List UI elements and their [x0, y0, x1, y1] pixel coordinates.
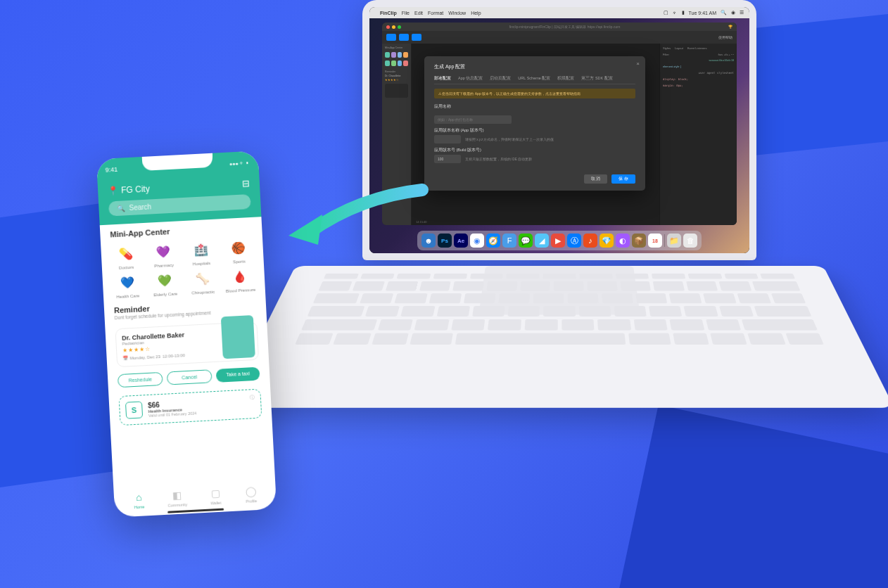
css-prop: margin: 0px;: [663, 84, 734, 87]
css-rule: element.style {: [663, 65, 734, 68]
app-chiro[interactable]: 🦴Chiropractic: [184, 267, 220, 295]
city-name: FG City: [121, 184, 150, 195]
toolbar-button[interactable]: [399, 34, 409, 41]
devtools-tab-events[interactable]: Event Listeners: [687, 46, 707, 50]
app-elderly[interactable]: 💚Elderly Care: [147, 269, 183, 298]
dock-app-icon[interactable]: 📦: [632, 234, 646, 248]
battery-icon[interactable]: ▮: [682, 10, 685, 15]
hospitals-icon: 🏥: [191, 239, 211, 260]
appname-input[interactable]: [434, 115, 512, 124]
scan-icon[interactable]: ⊟: [242, 178, 250, 189]
menu-app-name[interactable]: FinClip: [380, 11, 397, 15]
dock-calendar-icon[interactable]: 18: [648, 234, 662, 248]
siri-icon[interactable]: ◉: [731, 10, 735, 15]
modal-tabs: 部署配置 App 信息配置 启动页配置 URL Scheme 配置 权限配置 第…: [434, 76, 635, 84]
app-sports[interactable]: 🏀Sports: [220, 237, 256, 265]
modal-tab-launch[interactable]: 启动页配置: [490, 76, 511, 81]
reschedule-button[interactable]: Reshedule: [118, 372, 163, 388]
dock-app-icon[interactable]: ▶: [551, 234, 565, 248]
mac-menubar: FinClip File Edit Format Window Help ▢ ᯤ…: [369, 7, 749, 18]
modal-close-button[interactable]: ×: [636, 60, 640, 67]
appointment-time: 12:00-13:00: [163, 353, 185, 359]
tab-wallet[interactable]: ▢Wallet: [208, 486, 223, 506]
app-hospitals[interactable]: 🏥Hospitals: [183, 238, 219, 267]
close-icon[interactable]: [386, 25, 390, 29]
dock-safari-icon[interactable]: 🧭: [486, 234, 500, 248]
devtools-selector-tools[interactable]: :hov .cls + ⋯: [718, 53, 734, 56]
toolbar-button[interactable]: [386, 34, 396, 41]
modal-tab-deploy[interactable]: 部署配置: [434, 76, 451, 81]
trophy-icon[interactable]: 🏆: [728, 25, 732, 29]
sim-app-icon[interactable]: [403, 52, 408, 58]
maximize-icon[interactable]: [398, 25, 401, 29]
sim-app-icon[interactable]: [403, 60, 408, 66]
css-source-link[interactable]: wxssroot.file.e16efc:18: [663, 59, 734, 62]
app-blood[interactable]: 🩸Blood Pressure: [222, 266, 258, 294]
toolbar-button[interactable]: [412, 34, 421, 41]
toolbar-help[interactable]: 使用帮助: [718, 35, 732, 39]
dock-downloads-icon[interactable]: 📁: [667, 234, 681, 248]
tab-community[interactable]: ◧Community: [167, 487, 187, 507]
sim-app-icon[interactable]: [391, 52, 396, 58]
modal-tab-permission[interactable]: 权限配置: [557, 76, 574, 81]
devtools-tab-layout[interactable]: Layout: [675, 46, 683, 50]
airplay-icon[interactable]: ▢: [664, 10, 668, 15]
control-center-icon[interactable]: ☰: [740, 10, 744, 15]
dock-flutter-icon[interactable]: ◢: [535, 234, 549, 248]
app-doctors[interactable]: 💊Doctors: [108, 243, 144, 271]
sim-app-icon[interactable]: [391, 60, 396, 66]
menu-help[interactable]: Help: [471, 11, 481, 15]
dock-appstore-icon[interactable]: Ⓐ: [567, 234, 581, 248]
elderly-icon: 💚: [154, 270, 175, 290]
modal-cancel-button[interactable]: 取 消: [584, 174, 608, 184]
menu-edit[interactable]: Edit: [414, 11, 423, 15]
version-hint: 请按照 x.y.z 方式命名，升级时请保证大于上一次录入的值: [465, 138, 554, 141]
sim-app-icon[interactable]: [398, 60, 402, 66]
devtools-tab-styles[interactable]: Styles: [663, 46, 671, 50]
modal-save-button[interactable]: 保 存: [611, 174, 635, 184]
map-pin-icon: 📍: [108, 185, 119, 196]
modal-tab-urlscheme[interactable]: URL Scheme 配置: [518, 76, 550, 81]
location-selector[interactable]: 📍 FG City: [108, 184, 150, 196]
dock-chrome-icon[interactable]: ◉: [470, 234, 484, 248]
cancel-button[interactable]: Cancel: [167, 369, 213, 385]
app-pharmacy[interactable]: 💜Pharmacy: [146, 241, 182, 269]
search-input[interactable]: [129, 198, 242, 212]
ide-toolbar: 使用帮助: [382, 31, 737, 44]
take-taxi-button[interactable]: Take a taxi: [216, 367, 260, 383]
menu-window[interactable]: Window: [448, 11, 466, 15]
dock-sketch-icon[interactable]: 💎: [600, 234, 614, 248]
wallet-icon: ▢: [208, 486, 223, 501]
dock-photoshop-icon[interactable]: Ps: [438, 234, 452, 248]
dock-netease-icon[interactable]: ♪: [583, 234, 597, 248]
insurance-card[interactable]: S $66 Health Insurance Valid until 01 Fe…: [118, 389, 262, 426]
modal-tab-thirdparty[interactable]: 第三方 SDK 配置: [581, 76, 612, 81]
tab-profile[interactable]: ◯Profile: [243, 484, 258, 504]
dock-figma-icon[interactable]: ◐: [616, 234, 630, 248]
build-input[interactable]: [434, 155, 461, 163]
miniapp-grid: 💊Doctors 💜Pharmacy 🏥Hospitals 🏀Sports 💙H…: [101, 234, 265, 302]
menu-file[interactable]: File: [402, 11, 410, 15]
doctor-card[interactable]: Dr. Charollette Baker Pediatrician ★★★★☆…: [115, 321, 259, 367]
sim-app-icon[interactable]: [385, 52, 390, 58]
dock-app-icon[interactable]: F: [502, 234, 516, 248]
sim-app-icon[interactable]: [385, 60, 390, 66]
app-healthcare[interactable]: 💙Health Care: [109, 271, 145, 300]
minimize-icon[interactable]: [392, 25, 395, 29]
search-bar[interactable]: 🔍: [108, 194, 251, 217]
search-icon[interactable]: 🔍: [721, 10, 727, 15]
version-input[interactable]: [434, 135, 461, 143]
menu-format[interactable]: Format: [428, 11, 443, 15]
modal-tab-appinfo[interactable]: App 信息配置: [458, 76, 483, 81]
dock-aftereffects-icon[interactable]: Ae: [454, 234, 468, 248]
tab-home[interactable]: ⌂Home: [132, 490, 146, 509]
chiro-icon: 🦴: [192, 268, 213, 288]
menubar-time: Tue 9:41 AM: [689, 11, 716, 15]
sim-app-icon[interactable]: [398, 52, 402, 58]
info-icon[interactable]: ⓘ: [250, 394, 255, 401]
devtools-filter[interactable]: Filter: [663, 53, 669, 56]
dock-trash-icon[interactable]: 🗑: [683, 234, 697, 248]
wifi-icon[interactable]: ᯤ: [673, 11, 678, 15]
field-label-appname: 应用名称: [434, 104, 635, 109]
dock-wechat-icon[interactable]: 💬: [519, 234, 533, 248]
